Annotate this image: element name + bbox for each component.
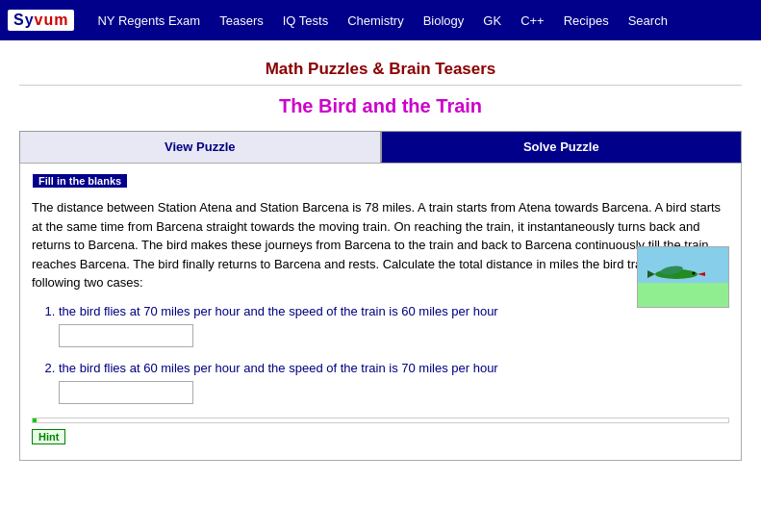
nav-biology[interactable]: Biology	[414, 13, 474, 28]
nav-teasers[interactable]: Teasers	[210, 13, 273, 28]
nav-gk[interactable]: GK	[473, 13, 511, 28]
progress-bar-fill	[33, 418, 37, 422]
nav-links: NY Regents Exam Teasers IQ Tests Chemist…	[88, 13, 676, 28]
navbar: Syvum NY Regents Exam Teasers IQ Tests C…	[0, 0, 761, 40]
tabs: View Puzzle Solve Puzzle	[19, 131, 742, 163]
fill-in-blanks-label: Fill in the blanks	[32, 173, 128, 189]
question-item-1: the bird flies at 70 miles per hour and …	[59, 304, 729, 347]
svg-marker-1	[698, 272, 705, 276]
problem-text: The distance between Station Atena and S…	[32, 198, 729, 292]
progress-bar-bg	[32, 418, 729, 423]
puzzle-title: The Bird and the Train	[19, 95, 742, 117]
puzzle-box: Fill in the blanks The distance between …	[19, 163, 742, 461]
svg-marker-4	[647, 270, 655, 278]
question-1-text: the bird flies at 70 miles per hour and …	[59, 304, 498, 318]
tab-view-puzzle[interactable]: View Puzzle	[19, 131, 381, 163]
page-content: Math Puzzles & Brain Teasers The Bird an…	[0, 40, 761, 470]
answer-input-2[interactable]	[59, 381, 193, 404]
nav-search[interactable]: Search	[619, 13, 677, 28]
logo-text2: vum	[35, 12, 69, 28]
bird-image	[637, 246, 729, 308]
nav-chemistry[interactable]: Chemistry	[338, 13, 414, 28]
answer-input-1[interactable]	[59, 324, 193, 347]
hint-button[interactable]: Hint	[32, 429, 65, 444]
nav-ny-regents[interactable]: NY Regents Exam	[88, 13, 210, 28]
nav-cpp[interactable]: C++	[511, 13, 554, 28]
logo-text: Sy	[13, 12, 35, 28]
question-list: the bird flies at 70 miles per hour and …	[32, 304, 729, 404]
nav-recipes[interactable]: Recipes	[554, 13, 619, 28]
svg-point-3	[693, 271, 696, 274]
bird-image-area	[637, 246, 729, 308]
tab-solve-puzzle[interactable]: Solve Puzzle	[381, 131, 743, 163]
bird-svg	[647, 265, 705, 282]
question-2-text: the bird flies at 60 miles per hour and …	[59, 361, 498, 375]
nav-iq-tests[interactable]: IQ Tests	[273, 13, 338, 28]
progress-area: Hint	[32, 418, 729, 444]
site-logo[interactable]: Syvum	[8, 10, 74, 31]
divider	[19, 85, 742, 86]
site-title: Math Puzzles & Brain Teasers	[19, 50, 742, 79]
question-item-2: the bird flies at 60 miles per hour and …	[59, 361, 729, 404]
